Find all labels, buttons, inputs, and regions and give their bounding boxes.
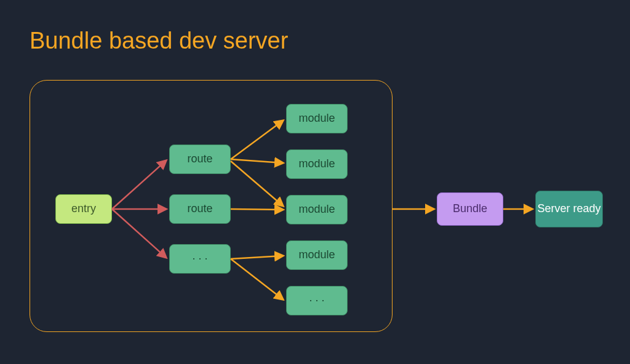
node-server-ready: Server ready	[535, 191, 603, 228]
node-route-2: route	[169, 194, 231, 224]
node-module-1: module	[286, 104, 348, 133]
node-entry: entry	[55, 194, 112, 224]
node-module-3: module	[286, 195, 348, 224]
node-bundle: Bundle	[437, 192, 503, 226]
node-module-ellipsis: · · ·	[286, 286, 348, 315]
diagram-title: Bundle based dev server	[30, 28, 288, 54]
node-route-1: route	[169, 144, 231, 174]
node-route-ellipsis: · · ·	[169, 244, 231, 274]
node-module-2: module	[286, 149, 348, 179]
node-module-4: module	[286, 240, 348, 270]
